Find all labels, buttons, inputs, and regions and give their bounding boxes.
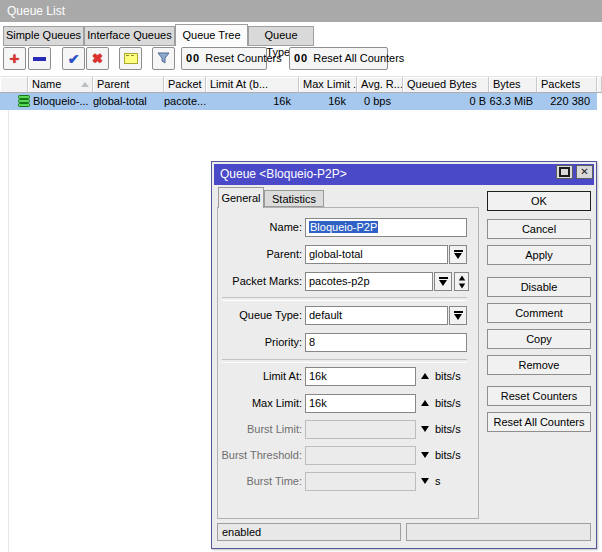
queue-list-tabstrip: Simple Queues Interface Queues Queue Tre…: [0, 23, 602, 46]
column-header-limit-at[interactable]: Limit At (b...: [206, 77, 299, 93]
reset-all-counters-button[interactable]: Reset All Counters: [487, 412, 591, 432]
tab-queue-types[interactable]: Queue Types: [248, 26, 314, 46]
reset-counters-button[interactable]: Reset Counters: [487, 386, 591, 406]
column-header-name[interactable]: Name: [28, 77, 93, 93]
max-limit-up-arrow[interactable]: [421, 400, 429, 406]
burst-time-input[interactable]: [305, 472, 416, 491]
burst-threshold-input[interactable]: [305, 446, 416, 465]
dropdown-icon: [439, 277, 448, 279]
burst-threshold-row: Burst Threshold: bits/s: [212, 446, 596, 465]
filter-button[interactable]: [152, 47, 175, 70]
disable-dialog-button[interactable]: Disable: [487, 277, 591, 297]
sort-ascending-icon: [81, 82, 89, 87]
queue-tree-icon: [18, 95, 30, 107]
up-down-icon: [458, 275, 464, 280]
ok-button[interactable]: OK: [487, 191, 591, 211]
dialog-tab-statistics[interactable]: Statistics: [264, 190, 324, 207]
parent-label: Parent:: [214, 245, 302, 264]
burst-time-label: Burst Time:: [214, 472, 302, 491]
comment-icon: [124, 53, 138, 64]
status-enabled: enabled: [217, 523, 401, 541]
column-header-max-limit[interactable]: Max Limit ...: [299, 77, 357, 93]
copy-button[interactable]: Copy: [487, 329, 591, 349]
cell-parent: global-total: [93, 93, 164, 110]
column-header-queued-bytes[interactable]: Queued Bytes: [403, 77, 489, 93]
cancel-button[interactable]: Cancel: [487, 219, 591, 239]
burst-limit-down-arrow[interactable]: [421, 426, 429, 432]
column-header-avg-rate[interactable]: Avg. R...: [357, 77, 403, 93]
burst-limit-label: Burst Limit:: [214, 420, 302, 439]
queue-list-title: Queue List: [7, 4, 65, 18]
parent-dropdown-button[interactable]: [449, 245, 467, 264]
maximize-icon: [559, 167, 570, 177]
reset-counters-toolbar-button[interactable]: 00Reset Counters: [181, 47, 267, 70]
queue-type-input[interactable]: default: [305, 306, 448, 325]
column-header-spacer[interactable]: [0, 77, 28, 93]
reset-all-counters-toolbar-button[interactable]: 00Reset All Counters: [289, 47, 388, 70]
dialog-titlebar-buttons: ✕: [556, 165, 593, 179]
column-header-packets[interactable]: Packets: [537, 77, 597, 93]
close-icon: ✕: [580, 167, 588, 177]
priority-input[interactable]: 8: [305, 333, 467, 352]
funnel-icon: [157, 52, 170, 65]
remove-button[interactable]: Remove: [487, 355, 591, 375]
tab-interface-queues[interactable]: Interface Queues: [84, 26, 175, 46]
name-label: Name:: [214, 218, 302, 237]
column-header-filler: [597, 77, 602, 93]
burst-threshold-label: Burst Threshold:: [214, 446, 302, 465]
separator: [222, 359, 467, 363]
cell-bytes: 63.3 MiB: [489, 93, 537, 110]
cell-packets: 220 380: [537, 93, 597, 110]
dialog-tab-general[interactable]: General: [218, 187, 264, 208]
packet-marks-input[interactable]: pacotes-p2p: [305, 272, 433, 291]
limit-at-input[interactable]: 16k: [305, 367, 416, 386]
packet-marks-add-remove-button[interactable]: [454, 272, 469, 291]
burst-limit-input[interactable]: [305, 420, 416, 439]
cell-packet-marks: pacote...: [164, 93, 206, 110]
column-header-packet[interactable]: Packet ...: [164, 77, 206, 93]
limit-at-unit: bits/s: [435, 367, 461, 386]
tab-queue-tree[interactable]: Queue Tree: [175, 24, 248, 46]
minus-icon: [33, 57, 46, 61]
queue-type-label: Queue Type:: [214, 306, 302, 325]
burst-time-down-arrow[interactable]: [421, 478, 429, 484]
parent-input[interactable]: global-total: [305, 245, 448, 264]
comment-dialog-button[interactable]: Comment: [487, 303, 591, 323]
cell-avg-rate: 0 bps: [357, 93, 403, 110]
check-icon: ✔: [68, 51, 80, 67]
maximize-button[interactable]: [556, 165, 573, 179]
apply-button[interactable]: Apply: [487, 245, 591, 265]
burst-threshold-down-arrow[interactable]: [421, 452, 429, 458]
enable-button[interactable]: ✔: [62, 47, 85, 70]
comment-button[interactable]: [119, 47, 142, 70]
queue-dialog: Queue <Bloqueio-P2P> ✕ General Statistic…: [211, 161, 597, 549]
packet-marks-dropdown-button[interactable]: [434, 272, 452, 291]
column-header-parent[interactable]: Parent: [93, 77, 164, 93]
name-input[interactable]: Bloqueio-P2P: [305, 218, 467, 237]
limit-at-label: Limit At:: [214, 367, 302, 386]
burst-time-unit: s: [435, 472, 441, 491]
separator: [222, 297, 467, 301]
close-button[interactable]: ✕: [576, 165, 593, 179]
limit-at-up-arrow[interactable]: [421, 373, 429, 379]
add-icon: +: [10, 51, 20, 66]
cell-name: Bloqueio-...: [18, 93, 93, 110]
queue-type-dropdown-button[interactable]: [449, 306, 467, 325]
dialog-title: Queue <Bloqueio-P2P>: [220, 167, 347, 181]
burst-time-row: Burst Time: s: [212, 472, 596, 491]
queue-list-titlebar[interactable]: Queue List: [0, 0, 602, 22]
max-limit-input[interactable]: 16k: [305, 394, 416, 413]
cell-max-limit: 16k: [299, 93, 357, 110]
dialog-titlebar[interactable]: Queue <Bloqueio-P2P>: [214, 164, 594, 185]
column-header-bytes[interactable]: Bytes: [489, 77, 537, 93]
add-button[interactable]: +: [3, 47, 26, 70]
status-secondary: [406, 523, 591, 541]
remove-button[interactable]: [28, 47, 51, 70]
queue-row-bloqueio[interactable]: Bloqueio-... global-total pacote... 16k …: [0, 93, 597, 110]
burst-limit-unit: bits/s: [435, 420, 461, 439]
tab-simple-queues[interactable]: Simple Queues: [3, 26, 84, 46]
disable-button[interactable]: ✖: [86, 47, 109, 70]
max-limit-label: Max Limit:: [214, 394, 302, 413]
max-limit-unit: bits/s: [435, 394, 461, 413]
cross-icon: ✖: [92, 51, 103, 66]
